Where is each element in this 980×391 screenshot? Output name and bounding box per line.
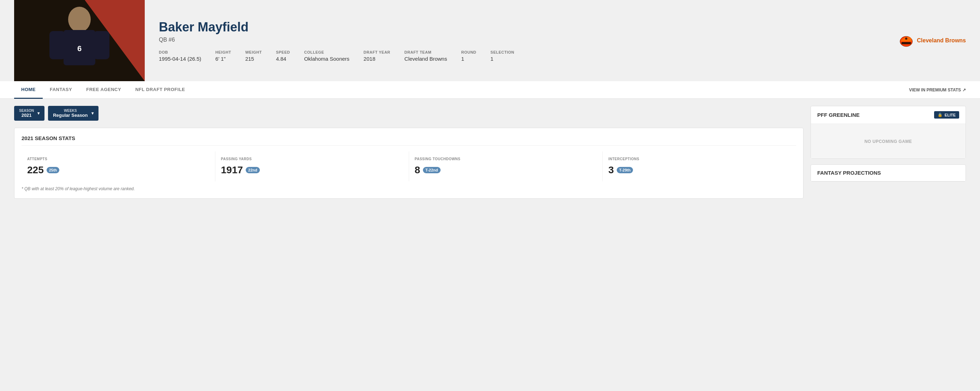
stat-label-2: PASSING TOUCHDOWNS	[415, 157, 597, 161]
detail-college: COLLEGE Oklahoma Sooners	[304, 50, 349, 62]
stat-number-1: 1917	[221, 164, 243, 176]
projections-header: FANTASY PROJECTIONS	[811, 165, 966, 181]
detail-weight: WEIGHT 215	[245, 50, 262, 62]
projections-title: FANTASY PROJECTIONS	[817, 170, 881, 176]
stat-value-row-3: 3 T-29th	[608, 164, 791, 176]
stat-rank-3: T-29th	[617, 167, 633, 173]
team-name: Cleveland Browns	[917, 37, 966, 44]
detail-selection: SELECTION 1	[490, 50, 514, 62]
filter-row: SEASON 2021 ▾ WEEKS Regular Season ▾	[14, 106, 803, 121]
svg-point-11	[905, 37, 907, 40]
elite-badge: 🔒 ELITE	[934, 111, 959, 119]
nav-tabs: HOME FANTASY FREE AGENCY NFL DRAFT PROFI…	[0, 81, 980, 99]
detail-speed: SPEED 4.84	[276, 50, 290, 62]
detail-draft-team: DRAFT TEAM Cleveland Browns	[404, 50, 447, 62]
premium-stats-link[interactable]: VIEW IN PREMIUM STATS ↗	[909, 87, 966, 92]
stats-footnote: * QB with at least 20% of league-highest…	[22, 186, 796, 191]
stat-number-3: 3	[608, 164, 614, 176]
stat-number-2: 8	[415, 164, 420, 176]
greenline-body: NO UPCOMING GAME	[811, 124, 966, 159]
external-link-icon: ↗	[963, 87, 966, 92]
svg-rect-10	[902, 43, 910, 44]
player-image-container: 6	[14, 0, 145, 81]
dob-value: 1995-04-14 (26.5)	[159, 56, 201, 62]
detail-dob: DOB 1995-04-14 (26.5)	[159, 50, 201, 62]
team-logo	[899, 33, 913, 48]
tab-free-agency[interactable]: FREE AGENCY	[79, 81, 128, 99]
weeks-dropdown-arrow: ▾	[91, 111, 94, 116]
stat-cell-1: PASSING YARDS 1917 22nd	[215, 151, 409, 181]
right-panel: PFF GREENLINE 🔒 ELITE NO UPCOMING GAME F…	[811, 106, 966, 199]
player-image: 6	[14, 0, 145, 81]
svg-text:6: 6	[77, 44, 81, 53]
stat-rank-2: T-22nd	[423, 167, 440, 173]
left-panel: SEASON 2021 ▾ WEEKS Regular Season ▾ 202…	[14, 106, 803, 199]
stat-value-row-2: 8 T-22nd	[415, 164, 597, 176]
stats-grid: ATTEMPTS 225 25th PASSING YARDS 1917 22n…	[22, 151, 796, 181]
season-dropdown-arrow: ▾	[37, 111, 40, 116]
tab-fantasy[interactable]: FANTASY	[43, 81, 79, 99]
player-info: Baker Mayfield QB #6 DOB 1995-04-14 (26.…	[145, 9, 899, 72]
team-info: Cleveland Browns	[899, 33, 966, 48]
detail-height: HEIGHT 6' 1"	[215, 50, 231, 62]
season-dropdown[interactable]: SEASON 2021 ▾	[14, 106, 45, 121]
stat-number-0: 225	[27, 164, 44, 176]
svg-rect-5	[94, 31, 110, 59]
stat-cell-0: ATTEMPTS 225 25th	[22, 151, 215, 181]
detail-draft-year: DRAFT YEAR 2018	[364, 50, 390, 62]
stats-card: 2021 SEASON STATS ATTEMPTS 225 25th PASS…	[14, 128, 803, 199]
player-details-row: DOB 1995-04-14 (26.5) HEIGHT 6' 1" WEIGH…	[159, 50, 885, 62]
stat-label-1: PASSING YARDS	[221, 157, 403, 161]
svg-rect-4	[49, 31, 65, 59]
stat-value-row-1: 1917 22nd	[221, 164, 403, 176]
greenline-card: PFF GREENLINE 🔒 ELITE NO UPCOMING GAME	[811, 106, 966, 159]
stat-cell-2: PASSING TOUCHDOWNS 8 T-22nd	[409, 151, 603, 181]
stat-cell-3: INTERCEPTIONS 3 T-29th	[603, 151, 796, 181]
greenline-header: PFF GREENLINE 🔒 ELITE	[811, 106, 966, 124]
player-position: QB #6	[159, 37, 885, 43]
lock-icon: 🔒	[938, 113, 943, 117]
projections-card: FANTASY PROJECTIONS	[811, 164, 966, 182]
stats-title: 2021 SEASON STATS	[22, 135, 796, 146]
stat-value-row-0: 225 25th	[27, 164, 209, 176]
stat-rank-1: 22nd	[246, 167, 260, 173]
stat-rank-0: 25th	[46, 167, 60, 173]
player-name: Baker Mayfield	[159, 20, 885, 35]
weeks-dropdown[interactable]: WEEKS Regular Season ▾	[48, 106, 98, 121]
stat-label-0: ATTEMPTS	[27, 157, 209, 161]
tab-nfl-draft[interactable]: NFL DRAFT PROFILE	[128, 81, 192, 99]
detail-round: ROUND 1	[461, 50, 476, 62]
svg-point-2	[68, 7, 91, 32]
tab-home[interactable]: HOME	[14, 81, 43, 99]
stat-label-3: INTERCEPTIONS	[608, 157, 791, 161]
greenline-title: PFF GREENLINE	[817, 112, 860, 118]
no-game-text: NO UPCOMING GAME	[865, 139, 912, 144]
main-content: SEASON 2021 ▾ WEEKS Regular Season ▾ 202…	[0, 99, 980, 206]
header-section: 6 Baker Mayfield QB #6 DOB 1995-04-14 (2…	[0, 0, 980, 81]
